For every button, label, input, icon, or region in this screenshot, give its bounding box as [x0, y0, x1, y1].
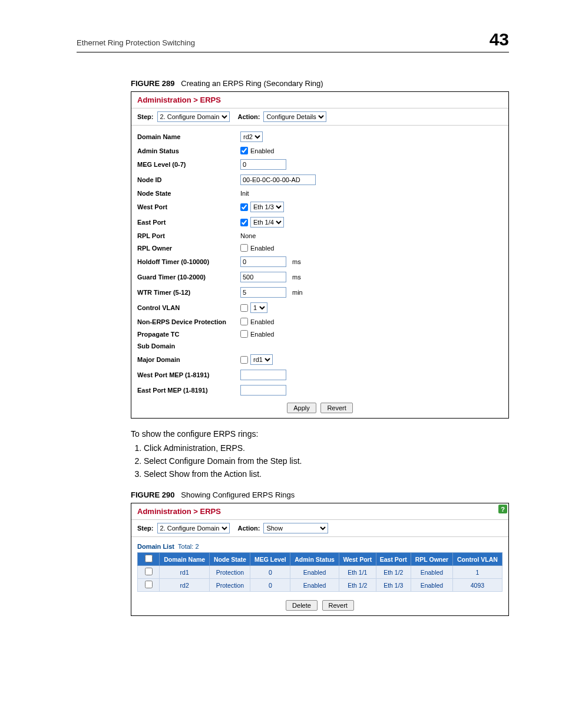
guard-input[interactable] — [240, 272, 286, 282]
figure-289-caption: FIGURE 289 Creating an ERPS Ring (Second… — [131, 79, 509, 88]
toolbar-row-2: Step: 2. Configure Domain Action: Show — [131, 519, 508, 537]
cell-rpl: Enabled — [411, 579, 453, 592]
non-erps-checkbox[interactable] — [240, 318, 248, 325]
cell-state: Protection — [210, 579, 250, 592]
west-port-select[interactable]: Eth 1/3 — [250, 202, 284, 212]
guard-label: Guard Timer (10-2000) — [137, 274, 240, 281]
control-vlan-select[interactable]: 1 — [250, 302, 267, 313]
figure-290-panel: ? Administration > ERPS Step: 2. Configu… — [131, 503, 509, 616]
steps-list: Click Administration, ERPS. Select Confi… — [131, 443, 509, 479]
major-domain-select[interactable]: rd1 — [250, 354, 273, 365]
cell-meg: 0 — [250, 566, 290, 579]
holdoff-unit: ms — [292, 258, 301, 265]
figure-289-text: Creating an ERPS Ring (Secondary Ring) — [181, 79, 323, 88]
rpl-owner-enabled-text: Enabled — [250, 245, 274, 252]
cell-west: Eth 1/1 — [339, 566, 376, 579]
action-select-2[interactable]: Show — [263, 523, 328, 533]
node-state-label: Node State — [137, 190, 240, 197]
propagate-tc-checkbox[interactable] — [240, 330, 248, 338]
cell-admin: Enabled — [290, 579, 339, 592]
rpl-owner-checkbox[interactable] — [240, 244, 248, 252]
row-checkbox[interactable] — [145, 581, 153, 588]
revert-button[interactable]: Revert — [320, 403, 352, 413]
cell-east: Eth 1/2 — [376, 566, 411, 579]
figure-289-panel: Administration > ERPS Step: 2. Configure… — [131, 91, 509, 419]
action-select[interactable]: Configure Details — [263, 111, 326, 122]
major-domain-label: Major Domain — [137, 356, 240, 363]
east-mep-label: East Port MEP (1-8191) — [137, 387, 240, 394]
domain-name-label: Domain Name — [137, 133, 240, 140]
east-port-select[interactable]: Eth 1/4 — [250, 217, 284, 228]
admin-status-enabled-text: Enabled — [250, 147, 274, 154]
action-label-2: Action: — [238, 525, 260, 532]
rpl-owner-label: RPL Owner — [137, 245, 240, 252]
west-mep-input[interactable] — [240, 370, 286, 380]
toolbar-row: Step: 2. Configure Domain Action: Config… — [131, 108, 508, 126]
cell-west: Eth 1/2 — [339, 579, 376, 592]
cell-meg: 0 — [250, 579, 290, 592]
holdoff-label: Holdoff Timer (0-10000) — [137, 258, 240, 265]
wtr-label: WTR Timer (5-12) — [137, 289, 240, 296]
domain-list-total: Total: 2 — [178, 543, 199, 550]
domain-name-select[interactable]: rd2 — [240, 131, 263, 142]
apply-button[interactable]: Apply — [287, 403, 316, 413]
propagate-tc-label: Propagate TC — [137, 331, 240, 338]
page-header: Ethernet Ring Protection Switching 43 — [77, 29, 509, 52]
west-mep-label: West Port MEP (1-8191) — [137, 371, 240, 378]
cell-rpl: Enabled — [411, 566, 453, 579]
cell-state: Protection — [210, 566, 250, 579]
admin-status-checkbox[interactable] — [240, 147, 248, 154]
west-port-label: West Port — [137, 203, 240, 210]
wtr-input[interactable] — [240, 287, 286, 298]
node-id-label: Node ID — [137, 176, 240, 183]
breadcrumb: Administration > ERPS — [131, 503, 508, 519]
col-domain-name: Domain Name — [160, 553, 210, 566]
col-admin-status: Admin Status — [290, 553, 339, 566]
propagate-tc-enabled-text: Enabled — [250, 331, 274, 338]
control-vlan-checkbox[interactable] — [240, 304, 248, 312]
step-label-2: Step: — [137, 525, 154, 532]
east-port-checkbox[interactable] — [240, 219, 248, 226]
breadcrumb: Administration > ERPS — [131, 92, 508, 108]
meg-level-input[interactable] — [240, 159, 286, 170]
col-east-port: East Port — [376, 553, 411, 566]
help-icon[interactable]: ? — [498, 505, 507, 513]
col-control-vlan: Control VLAN — [452, 553, 502, 566]
header-section-title: Ethernet Ring Protection Switching — [77, 38, 195, 47]
cell-domain: rd1 — [160, 566, 210, 579]
figure-289-button-row: Apply Revert — [131, 398, 508, 418]
select-all-checkbox[interactable] — [145, 555, 153, 562]
action-label: Action: — [238, 113, 260, 120]
step-2: Select Configure Domain from the Step li… — [144, 456, 509, 466]
cell-domain: rd2 — [160, 579, 210, 592]
major-domain-checkbox[interactable] — [240, 356, 248, 364]
col-west-port: West Port — [339, 553, 376, 566]
rpl-port-label: RPL Port — [137, 232, 240, 239]
table-row: rd2 Protection 0 Enabled Eth 1/2 Eth 1/3… — [138, 579, 503, 592]
figure-290-label: FIGURE 290 — [131, 490, 174, 499]
west-port-checkbox[interactable] — [240, 203, 248, 211]
guard-unit: ms — [292, 274, 301, 281]
domain-list-header: Domain List Total: 2 — [131, 541, 508, 552]
holdoff-input[interactable] — [240, 256, 286, 267]
domain-table: Domain Name Node State MEG Level Admin S… — [137, 552, 503, 592]
node-id-input[interactable] — [240, 174, 316, 185]
row-checkbox[interactable] — [145, 568, 153, 575]
delete-button[interactable]: Delete — [286, 600, 318, 611]
revert-button-2[interactable]: Revert — [322, 600, 354, 611]
cell-admin: Enabled — [290, 566, 339, 579]
step-select[interactable]: 2. Configure Domain — [157, 111, 230, 122]
select-all-header — [138, 553, 160, 566]
east-mep-input[interactable] — [240, 385, 286, 396]
figure-290-text: Showing Configured ERPS Rings — [181, 490, 295, 499]
non-erps-label: Non-ERPS Device Protection — [137, 318, 240, 325]
step-label: Step: — [137, 113, 154, 120]
col-meg-level: MEG Level — [250, 553, 290, 566]
col-rpl-owner: RPL Owner — [411, 553, 453, 566]
col-node-state: Node State — [210, 553, 250, 566]
domain-list-label: Domain List — [137, 543, 174, 550]
header-chapter-number: 43 — [490, 29, 509, 50]
step-3: Select Show from the Action list. — [144, 469, 509, 479]
node-state-value: Init — [240, 190, 249, 197]
step-select-2[interactable]: 2. Configure Domain — [157, 523, 230, 533]
